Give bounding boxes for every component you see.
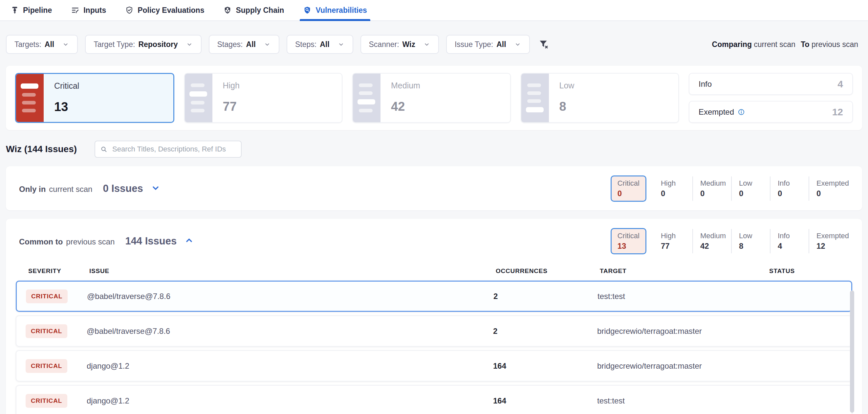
scanner-title: Wiz (144 Issues) — [6, 144, 77, 154]
chip-high[interactable]: High 77 — [654, 229, 692, 253]
occurrences-cell: 2 — [493, 327, 597, 336]
chip-critical[interactable]: Critical 13 — [611, 228, 646, 254]
group-only-in-current-scan: Only in current scan 0 Issues Critical 0… — [6, 166, 862, 210]
vulnerabilities-icon — [303, 6, 312, 14]
occurrences-cell: 164 — [493, 396, 597, 406]
chip-low[interactable]: Low 0 — [731, 176, 770, 201]
target-cell: bridgecrewio/terragoat:master — [597, 327, 767, 336]
severity-card-critical[interactable]: Critical 13 — [15, 73, 174, 123]
column-header-status: STATUS — [769, 267, 862, 275]
supply-chain-icon — [223, 6, 232, 14]
issues-table-body: CRITICAL @babel/traverse@7.8.6 2 test:te… — [6, 280, 862, 414]
severity-badge: CRITICAL — [26, 359, 67, 373]
target-cell: test:test — [597, 396, 767, 406]
filter-toolbar: Targets: All Target Type: Repository Sta… — [6, 35, 858, 54]
chevron-up-icon — [185, 236, 194, 245]
chip-medium[interactable]: Medium 0 — [692, 176, 731, 201]
table-row[interactable]: CRITICAL @babel/traverse@7.8.6 2 bridgec… — [16, 316, 852, 347]
table-row[interactable]: CRITICAL django@1.2 164 bridgecrewio/ter… — [16, 350, 852, 382]
tab-label: Policy Evaluations — [137, 6, 204, 15]
occurrences-cell: 164 — [493, 361, 597, 371]
chevron-down-icon — [62, 41, 69, 48]
severity-card-high[interactable]: High 77 — [184, 73, 343, 123]
table-row[interactable]: CRITICAL django@1.2 164 test:test — [16, 385, 852, 414]
clear-filters-button[interactable] — [538, 39, 550, 50]
column-header-occurrences: OCCURRENCES — [496, 267, 600, 275]
chevron-down-icon — [338, 41, 345, 48]
chevron-down-icon — [423, 41, 430, 48]
tab-policy-evaluations[interactable]: Policy Evaluations — [124, 0, 205, 20]
vulnerabilities-page: Pipeline Inputs Policy Evaluations — [0, 0, 868, 414]
chevron-down-icon — [514, 41, 521, 48]
issue-cell: django@1.2 — [87, 396, 493, 406]
filter-stages-dropdown[interactable]: Stages: All — [209, 35, 279, 54]
search-icon — [100, 145, 108, 153]
severity-gauge-critical-icon — [16, 74, 44, 122]
chevron-down-icon — [264, 41, 271, 48]
group-toggle-current[interactable]: Only in current scan 0 Issues — [19, 183, 160, 195]
group-scan-label: previous scan — [66, 237, 115, 246]
severity-card-label: Critical — [54, 81, 79, 91]
severity-card-label: Medium — [391, 81, 420, 90]
chip-medium[interactable]: Medium 42 — [692, 229, 731, 253]
severity-card-count: 13 — [54, 100, 79, 114]
chip-info[interactable]: Info 0 — [770, 176, 809, 201]
tab-supply-chain[interactable]: Supply Chain — [223, 0, 285, 20]
chip-low[interactable]: Low 8 — [731, 229, 770, 253]
severity-badge: CRITICAL — [26, 394, 67, 408]
top-tab-bar: Pipeline Inputs Policy Evaluations — [0, 0, 868, 21]
table-row[interactable]: CRITICAL @babel/traverse@7.8.6 2 test:te… — [16, 280, 852, 312]
filter-steps-dropdown[interactable]: Steps: All — [287, 35, 353, 54]
filter-target-type-dropdown[interactable]: Target Type: Repository — [85, 35, 201, 54]
severity-chip-bar: Critical 0 High 0 Medium 0 Low 0 Info — [611, 175, 849, 202]
issue-cell: @babel/traverse@7.8.6 — [87, 292, 493, 301]
occurrences-cell: 2 — [493, 292, 597, 301]
group-issue-count: 144 Issues — [125, 235, 177, 247]
severity-gauge-high-icon — [185, 73, 212, 122]
chevron-down-icon — [186, 41, 193, 48]
group-toggle-previous[interactable]: Common to previous scan 144 Issues — [19, 235, 194, 247]
severity-card-count: 12 — [832, 107, 843, 118]
column-header-target: TARGET — [600, 267, 769, 275]
severity-card-info[interactable]: Info 4 — [689, 73, 853, 95]
vertical-scrollbar[interactable] — [850, 291, 854, 413]
tab-vulnerabilities[interactable]: Vulnerabilities — [302, 0, 367, 20]
search-input[interactable] — [95, 141, 242, 158]
tab-label: Pipeline — [23, 6, 52, 15]
chevron-down-icon — [151, 183, 160, 193]
filter-clear-icon — [538, 39, 550, 50]
tab-label: Supply Chain — [236, 6, 284, 15]
chip-high[interactable]: High 0 — [654, 176, 692, 201]
tab-inputs[interactable]: Inputs — [70, 0, 107, 20]
inputs-icon — [71, 6, 80, 14]
tab-pipeline[interactable]: Pipeline — [10, 0, 53, 20]
severity-card-low[interactable]: Low 8 — [521, 73, 679, 123]
severity-summary-panel: Critical 13 High 77 Medium 42 Low 8 — [6, 66, 862, 130]
severity-card-label: Exempted — [699, 108, 734, 117]
severity-card-count: 77 — [223, 99, 240, 114]
issues-table-header: SEVERITY ISSUE OCCURRENCES TARGET STATUS — [6, 263, 862, 280]
scanner-section-header: Wiz (144 Issues) — [6, 141, 868, 158]
chip-exempted[interactable]: Exempted 0 — [809, 176, 849, 201]
filter-scanner-dropdown[interactable]: Scanner: Wiz — [361, 35, 439, 54]
chip-critical[interactable]: Critical 0 — [611, 175, 646, 202]
issue-cell: @babel/traverse@7.8.6 — [87, 327, 493, 336]
issue-search — [95, 141, 242, 158]
filter-targets-dropdown[interactable]: Targets: All — [6, 35, 78, 54]
severity-card-label: Info — [699, 80, 712, 89]
side-cards-column: Info 4 Exempted 12 — [689, 73, 853, 123]
target-cell: test:test — [597, 292, 767, 301]
severity-card-count: 42 — [391, 99, 420, 114]
chip-exempted[interactable]: Exempted 12 — [809, 229, 849, 253]
policy-evaluations-icon — [125, 6, 134, 14]
group-prefix: Only in — [19, 185, 45, 194]
severity-card-exempted[interactable]: Exempted 12 — [689, 101, 853, 123]
filter-issue-type-dropdown[interactable]: Issue Type: All — [446, 35, 530, 54]
group-scan-label: current scan — [49, 185, 92, 194]
chip-info[interactable]: Info 4 — [770, 229, 809, 253]
target-cell: bridgecrewio/terragoat:master — [597, 361, 767, 371]
severity-card-medium[interactable]: Medium 42 — [352, 73, 511, 123]
tab-label: Vulnerabilities — [315, 6, 367, 15]
group-prefix: Common to — [19, 237, 63, 246]
column-header-issue: ISSUE — [89, 267, 496, 275]
